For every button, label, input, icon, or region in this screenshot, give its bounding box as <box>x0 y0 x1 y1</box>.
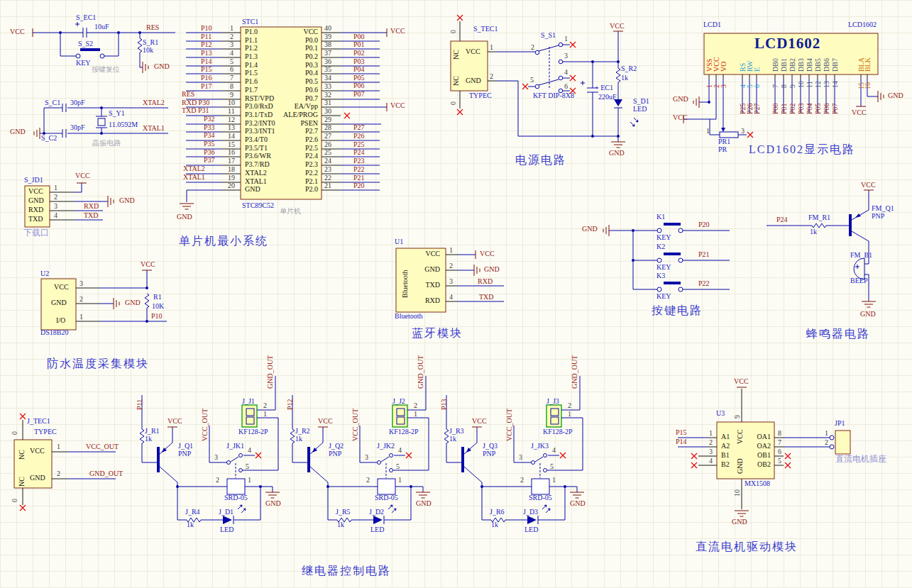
relay-3-graphics <box>444 376 584 524</box>
motor-driver-graphics <box>678 387 850 516</box>
power-circuit-graphics <box>451 15 638 148</box>
relay-1-graphics <box>140 376 280 524</box>
schematic-graphics <box>0 0 912 588</box>
download-port-graphics <box>25 183 114 227</box>
buzzer-circuit-graphics <box>767 190 876 307</box>
temp-module-graphics <box>41 270 167 330</box>
crystal-circuit-graphics <box>34 104 168 139</box>
mcu-graphics <box>180 27 387 209</box>
typec-out-graphics <box>14 414 116 511</box>
schematic-canvas: VCCS_EC110uFRESS_S2S_R110kKEY按键复位GNDS_C1… <box>0 0 912 588</box>
reset-circuit-graphics <box>33 22 175 73</box>
bluetooth-module-graphics <box>396 248 504 312</box>
lcd-circuit-graphics <box>683 33 884 138</box>
key-circuit-graphics <box>603 224 730 292</box>
relay-2-graphics <box>290 376 430 524</box>
